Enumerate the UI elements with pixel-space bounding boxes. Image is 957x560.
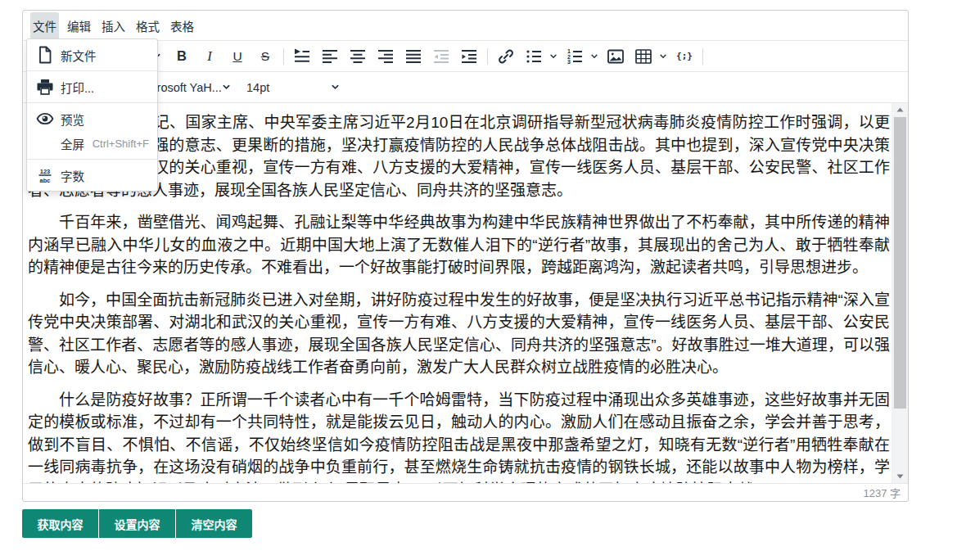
menu-item-preview[interactable]: 预览 (27, 106, 157, 131)
strikethrough-icon: S (261, 49, 269, 64)
file-dropdown-menu: 新文件 打印... 预览 全屏 Ctrl+Shift+F (26, 38, 158, 192)
image-button[interactable] (602, 45, 630, 68)
code-sample-icon: {;} (676, 51, 693, 61)
align-right-icon (376, 47, 395, 66)
table-button[interactable] (630, 45, 657, 68)
scroll-up-button[interactable] (892, 103, 908, 116)
align-justify-icon (404, 47, 423, 66)
action-buttons: 获取内容 设置内容 清空内容 (22, 509, 252, 538)
italic-button[interactable]: I (196, 45, 223, 68)
toolbar-separator (702, 48, 703, 65)
align-right-button[interactable] (372, 45, 400, 68)
scrollbar-thumb[interactable] (894, 117, 906, 409)
outdent-icon (431, 47, 451, 66)
toolbar-separator (487, 48, 488, 65)
table-icon (634, 47, 653, 66)
menu-edit[interactable]: 编辑 (65, 12, 93, 39)
paragraph: 千百年来，凿壁借光、闻鸡起舞、孔融让梨等中华经典故事为构建中华民族精神世界做出了… (28, 211, 890, 279)
link-button[interactable] (492, 45, 520, 68)
menu-item-print[interactable]: 打印... (27, 75, 157, 99)
vertical-scrollbar[interactable] (892, 103, 908, 483)
menu-separator (27, 159, 157, 160)
menu-item-label: 打印... (61, 79, 94, 96)
scroll-down-button[interactable] (892, 470, 908, 483)
wordcount-icon: 123 abc (35, 165, 55, 185)
outdent-button (427, 45, 455, 68)
bold-button[interactable]: B (168, 45, 196, 68)
menu-separator (27, 70, 157, 71)
underline-icon: U (232, 49, 242, 64)
chevron-down-icon (549, 52, 557, 61)
menu-item-shortcut: Ctrl+Shift+F (93, 138, 149, 150)
menu-item-label: 全屏 (61, 135, 84, 152)
icon-spacer (35, 133, 55, 153)
italic-icon: I (207, 48, 212, 65)
set-content-button[interactable]: 设置内容 (99, 509, 175, 538)
preview-icon (35, 109, 55, 129)
chevron-down-icon (331, 83, 340, 92)
align-center-icon (348, 47, 368, 66)
paragraph: 如今，中国全面抗击新冠肺炎已进入对垒期，讲好防疫过程中发生的好故事，便是坚决执行… (28, 289, 890, 379)
menu-format[interactable]: 格式 (133, 12, 162, 39)
menu-item-label: 预览 (61, 111, 84, 128)
bullet-list-button[interactable] (520, 45, 548, 68)
statusbar: 1237 字 (23, 483, 908, 501)
bold-icon: B (177, 48, 187, 64)
numbered-list-menu-chevron[interactable] (589, 45, 600, 68)
align-center-button[interactable] (344, 45, 372, 68)
paragraph: 什么是防疫好故事？正所谓一千个读者心中有一千个哈姆雷特，当下防疫过程中涌现出众多… (28, 389, 890, 484)
svg-text:123: 123 (40, 168, 51, 175)
chevron-down-icon (222, 83, 231, 92)
toolbar-separator (283, 48, 284, 65)
scroll-up-icon (896, 107, 904, 112)
menu-separator (27, 102, 157, 103)
menu-item-wordcount[interactable]: 123 abc 字数 (27, 163, 157, 187)
underline-button[interactable]: U (223, 45, 251, 68)
image-icon (606, 47, 625, 66)
menu-item-label: 新文件 (61, 47, 97, 64)
align-left-icon (320, 47, 340, 66)
numbered-list-icon: 1 2 3 (565, 47, 585, 66)
code-sample-button[interactable]: {;} (670, 45, 698, 68)
svg-text:3: 3 (567, 59, 571, 65)
new-document-icon (35, 45, 55, 65)
get-content-button[interactable]: 获取内容 (22, 509, 98, 538)
scroll-down-icon (896, 474, 904, 479)
menu-table[interactable]: 表格 (168, 12, 196, 39)
font-size-select[interactable]: 14pt (246, 76, 345, 99)
indent-icon (459, 47, 479, 66)
indent-button[interactable] (455, 45, 483, 68)
menu-item-new-document[interactable]: 新文件 (27, 43, 157, 67)
first-line-indent-button[interactable] (288, 45, 316, 68)
first-line-indent-icon (292, 47, 312, 66)
svg-text:abc: abc (40, 177, 51, 184)
clear-content-button[interactable]: 清空内容 (176, 509, 252, 538)
bullet-list-icon (524, 47, 544, 66)
align-left-button[interactable] (316, 45, 344, 68)
chevron-down-icon (590, 52, 598, 61)
menu-file[interactable]: 文件 (30, 12, 59, 39)
menu-item-label: 字数 (61, 167, 84, 184)
bullet-list-menu-chevron[interactable] (548, 45, 559, 68)
table-menu-chevron[interactable] (657, 45, 669, 68)
menu-item-fullscreen[interactable]: 全屏 Ctrl+Shift+F (27, 131, 157, 156)
menubar: 文件 编辑 插入 格式 表格 (23, 11, 908, 41)
menu-insert[interactable]: 插入 (99, 12, 128, 39)
chevron-down-icon (659, 52, 667, 61)
strikethrough-button[interactable]: S (251, 45, 279, 68)
print-icon (35, 77, 55, 97)
link-icon (496, 47, 516, 66)
numbered-list-button[interactable]: 1 2 3 (561, 45, 589, 68)
word-count[interactable]: 1237 字 (863, 485, 901, 500)
align-justify-button[interactable] (400, 45, 427, 68)
font-size-value: 14pt (246, 81, 269, 94)
